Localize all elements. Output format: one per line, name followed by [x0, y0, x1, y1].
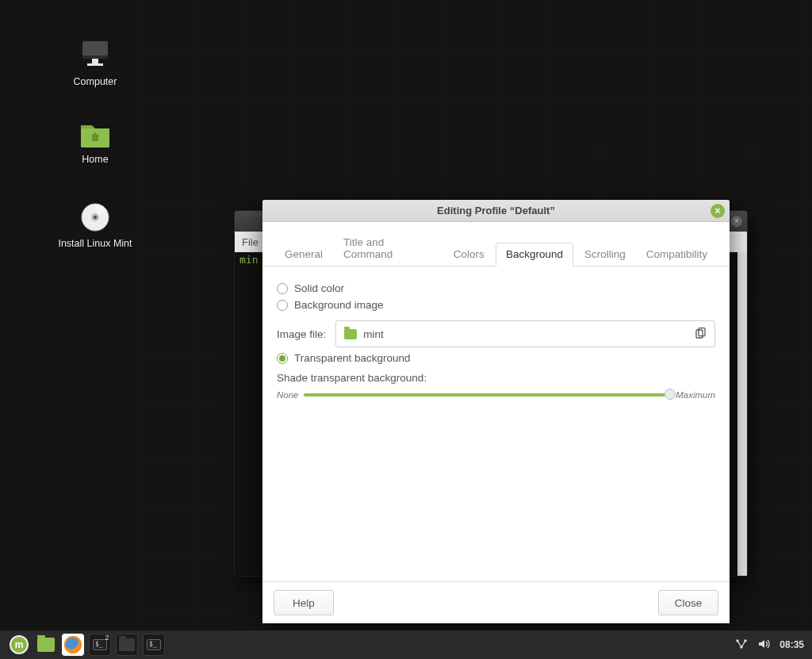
folder-icon	[344, 329, 357, 339]
launcher-files[interactable]	[35, 634, 57, 656]
terminal-prompt: min	[239, 254, 258, 266]
radio-label: Background image	[294, 299, 384, 311]
folder-icon	[119, 638, 135, 651]
clock[interactable]: 08:35	[779, 639, 804, 650]
firefox-icon	[64, 636, 82, 653]
mint-logo-icon: m	[10, 635, 29, 654]
radio-icon	[277, 353, 288, 364]
image-file-chooser[interactable]: mint	[335, 320, 715, 347]
network-icon[interactable]	[735, 638, 748, 652]
dialog-footer: Help Close	[262, 581, 730, 623]
browse-icon	[695, 328, 707, 341]
desktop-icon-label: Home	[82, 154, 108, 165]
close-icon[interactable]: ×	[731, 216, 742, 227]
tab-scrolling[interactable]: Scrolling	[575, 243, 635, 266]
launcher-firefox[interactable]	[62, 634, 84, 656]
system-tray: 08:35	[735, 638, 804, 652]
radio-label: Solid color	[294, 282, 344, 294]
svg-rect-1	[82, 56, 108, 59]
desktop-icon-home[interactable]: Home	[52, 119, 139, 165]
shade-slider[interactable]: None Maximum	[277, 390, 715, 400]
image-file-value: mint	[363, 328, 384, 340]
desktop-icon-label: Install Linux Mint	[58, 238, 132, 249]
folder-icon	[37, 638, 55, 652]
radio-background-image[interactable]: Background image	[277, 299, 715, 311]
slider-track[interactable]	[304, 393, 672, 397]
dialog-tabbar: General Title and Command Colors Backgro…	[262, 222, 730, 266]
taskbar-item-terminal-group[interactable]: 2	[89, 634, 111, 656]
shade-label: Shade transparent background:	[277, 372, 715, 384]
tab-background[interactable]: Background	[496, 243, 573, 266]
desktop-icon-install[interactable]: Install Linux Mint	[52, 201, 139, 249]
tab-general[interactable]: General	[275, 243, 332, 266]
tab-title-command[interactable]: Title and Command	[334, 232, 442, 266]
tab-colors[interactable]: Colors	[444, 243, 494, 266]
slider-thumb[interactable]	[665, 389, 676, 400]
svg-rect-10	[699, 328, 705, 335]
svg-rect-9	[696, 330, 703, 338]
folder-home-icon	[78, 119, 113, 149]
taskbar-item-files[interactable]	[116, 634, 138, 656]
svg-point-8	[94, 216, 97, 219]
radio-icon	[277, 283, 288, 294]
radio-icon	[277, 300, 288, 311]
close-icon[interactable]: ×	[710, 204, 725, 218]
svg-rect-3	[87, 63, 103, 66]
slider-max-label: Maximum	[676, 390, 715, 400]
tab-panel-background: Solid color Background image Image file:…	[262, 266, 730, 581]
computer-icon	[78, 36, 113, 71]
image-file-label: Image file:	[277, 328, 326, 340]
svg-rect-2	[92, 59, 98, 63]
menubar-item-file[interactable]: File	[235, 236, 266, 248]
desktop-icon-computer[interactable]: Computer	[52, 36, 139, 87]
disc-icon	[79, 201, 111, 233]
desktop-icon-label: Computer	[74, 76, 117, 87]
window-count-badge: 2	[105, 634, 109, 642]
radio-solid-color[interactable]: Solid color	[277, 282, 715, 294]
radio-label: Transparent background	[294, 352, 411, 364]
menu-button[interactable]: m	[8, 634, 30, 656]
dialog-title-text: Editing Profile “Default”	[437, 205, 555, 216]
slider-min-label: None	[277, 390, 299, 400]
help-button[interactable]: Help	[274, 590, 334, 615]
volume-icon[interactable]	[757, 638, 770, 652]
taskbar[interactable]: m 2 08:35	[0, 630, 812, 659]
profile-dialog: Editing Profile “Default” × General Titl…	[262, 200, 730, 623]
taskbar-item-terminal[interactable]	[143, 634, 165, 656]
dialog-titlebar[interactable]: Editing Profile “Default” ×	[262, 200, 730, 222]
tab-compatibility[interactable]: Compatibility	[637, 243, 717, 266]
radio-transparent-background[interactable]: Transparent background	[277, 352, 715, 364]
close-button[interactable]: Close	[658, 590, 718, 615]
terminal-icon	[147, 639, 161, 650]
